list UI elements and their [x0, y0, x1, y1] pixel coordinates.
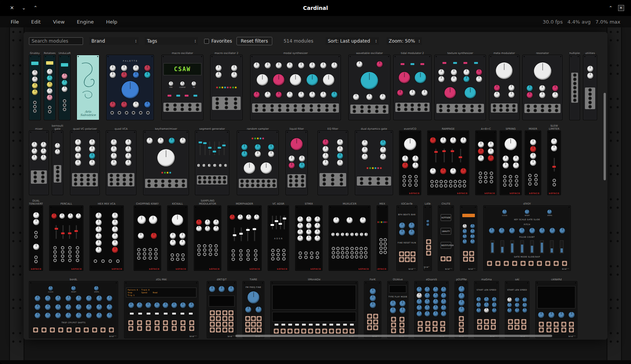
vertical-scrollbar-thumb[interactable]: [604, 93, 606, 180]
module-late[interactable]: LATebId°°: [423, 199, 432, 271]
module-bernoulli-gate[interactable]: bernoulli gate: [52, 124, 63, 195]
module-macro-oscillator-2[interactable]: macro oscillator 2: [210, 49, 243, 120]
module-a-b-c[interactable]: A+B+CbEFACO: [475, 124, 497, 195]
jack-pad: [355, 251, 358, 254]
module-vc-adsr[interactable]: VC ADSRA D S RbEFACO: [268, 199, 289, 271]
module-poupre[interactable]: pOUPRebId°°: [455, 275, 468, 338]
menu-item-view[interactable]: View: [53, 19, 65, 25]
collapse-icon[interactable]: ⌃: [609, 5, 613, 11]
module-kickall[interactable]: KICKALLbEFACO: [167, 199, 188, 271]
module-dual-attenuverter[interactable]: DUAL ATTENUVERTERbEFACO: [29, 199, 43, 271]
module-sampling-modulator[interactable]: SAMPLING MODULATORbEFACO: [194, 199, 221, 271]
module-magma[interactable]: maGmaSTART LEN SPEEDbId°°: [474, 275, 499, 338]
knob: [458, 293, 465, 299]
module-canard[interactable]: cANARdbId°°: [535, 275, 577, 338]
menu-item-engine[interactable]: Engine: [77, 19, 94, 25]
reset-filters-button[interactable]: Reset filters: [236, 37, 272, 45]
jack-pad: [267, 184, 270, 187]
module-tocante[interactable]: tOCAnTeBPH BEATS BARFINE RESET RUNbId°°: [396, 199, 417, 271]
zoom-select[interactable]: Zoom: 50% ▴▾: [387, 37, 422, 45]
module-grubby[interactable]: Grubby: [29, 49, 41, 120]
knob: [254, 62, 260, 68]
panel-button: [323, 324, 326, 326]
module-blank[interactable]: Aria Salvatrice: [77, 49, 99, 120]
labeled-knob: CLOCK: [502, 210, 507, 216]
module-quad-vc-polarizer[interactable]: quad VC-polarizer: [70, 124, 100, 195]
module-spring[interactable]: SPRINGbEFACO: [500, 124, 522, 195]
module-muxlicer[interactable]: MUXLICERbEFACO: [329, 199, 371, 271]
jack-pad: [198, 180, 201, 184]
search-input[interactable]: [29, 37, 83, 45]
module-tidal-modulator-2[interactable]: tidal modulator 2: [393, 49, 431, 120]
module-segment-generator[interactable]: segment generator: [195, 124, 229, 195]
module-evenvco[interactable]: evenVCObEFACO: [399, 124, 421, 195]
module-blank[interactable]: bId°°: [460, 199, 477, 271]
module-ouaive[interactable]: OUAIveTYPE PLAY MODEbId°°: [387, 275, 408, 338]
checkbox-icon[interactable]: [204, 39, 209, 44]
jack-pad: [479, 180, 482, 183]
knob: [463, 239, 467, 244]
jack-pad: [459, 327, 464, 332]
step-knob: [128, 302, 134, 308]
sort-select[interactable]: Sort: Last updated ▴▾: [326, 37, 379, 45]
module-dual-dynamics-gate[interactable]: dual dynamics gate: [355, 124, 393, 195]
module-blank[interactable]: P A L E T T E: [106, 49, 154, 120]
jack-pad: [514, 319, 519, 324]
module-limonade[interactable]: liMonADebId°°: [270, 275, 358, 338]
menu-item-edit[interactable]: Edit: [31, 19, 41, 25]
menu-item-file[interactable]: File: [11, 19, 19, 25]
vertical-scrollbar[interactable]: [603, 32, 606, 340]
module-fork[interactable]: ForKbId°°: [364, 275, 381, 338]
tags-select[interactable]: Tags ▴▾: [145, 37, 198, 45]
jack-port: [154, 248, 158, 251]
module-wavetable-oscillator[interactable]: wavetable oscillator: [348, 49, 390, 120]
module-rotatoes[interactable]: Rotatoes: [44, 49, 56, 120]
module-keyframer-mixer[interactable]: keyframer/mixer: [143, 124, 189, 195]
menu-item-help[interactable]: Help: [106, 19, 117, 25]
module-resonator[interactable]: resonator: [522, 49, 562, 120]
chevron-up-icon[interactable]: ⌃: [34, 5, 38, 11]
module-rampage[interactable]: RAMPAGEbEFACO: [427, 124, 469, 195]
module-random-sampler[interactable]: random sampler: [237, 124, 279, 195]
module-eq-filter[interactable]: EQ filter: [318, 124, 348, 195]
close-box-icon[interactable]: ✕: [618, 5, 624, 11]
module-chute[interactable]: ChUTEALTITUDEGRAVITYRESTITUTIONbId°°: [438, 199, 454, 271]
module-mixer[interactable]: MIXERbEFACO: [525, 124, 541, 195]
module-bordl[interactable]: bordLCLOCKRESETSTEPSTRSP CPY/PST SHIFTSb…: [29, 275, 118, 338]
module-chopping-kinky[interactable]: CHOPPING KINKYbEFACO: [134, 199, 161, 271]
module-stmix[interactable]: STMIXbEFACO: [295, 199, 323, 271]
module-dikt-t[interactable]: dIKT@TbId°°: [207, 275, 236, 338]
module-quad-vca[interactable]: quad VCA: [106, 124, 136, 195]
module-mixer[interactable]: mixer: [29, 124, 49, 195]
module-edsaros[interactable]: eDsaroSbId°°: [414, 275, 449, 338]
module-texture-synthesizer[interactable]: texture synthesizer: [435, 49, 486, 120]
module-percall[interactable]: PERCALLbEFACO: [49, 199, 83, 271]
module-multiples[interactable]: multiples: [569, 49, 580, 120]
module-utilities[interactable]: utilities: [583, 49, 597, 120]
brand-logo: bEFACO: [249, 268, 260, 270]
close-icon[interactable]: ✕: [10, 5, 14, 11]
knob: [404, 138, 416, 150]
module-macro-oscillator[interactable]: macro oscillatorCSAWFINECOARSEFM: [161, 49, 203, 120]
jack-pad: [308, 329, 313, 334]
module-hex-mix-vca[interactable]: HEX MIX VCAbEFACO: [89, 199, 124, 271]
module-zo-ma-[interactable]: zOù MAïPattern 0 · Track 0Stop Speed Rea…: [124, 275, 198, 338]
module-liquid-filter[interactable]: liquid filter: [286, 124, 308, 195]
module-morphader[interactable]: MORPHADERbEFACO: [227, 199, 262, 271]
horizontal-scrollbar[interactable]: [24, 335, 607, 338]
module-mex[interactable]: MEXbEFACO: [377, 199, 388, 271]
chevron-down-icon[interactable]: ⌄: [22, 5, 26, 11]
module-tiare[interactable]: TiAREFM FREQ FINEbId°°: [243, 275, 264, 338]
module-slew-limiter[interactable]: SLEW LIMITERbEFACO: [547, 124, 561, 195]
brand-select[interactable]: Brand ▴▾: [89, 37, 139, 45]
horizontal-scrollbar-thumb[interactable]: [235, 335, 552, 337]
module-modal-synthesizer[interactable]: modal synthesizer: [250, 49, 341, 120]
module-undular[interactable]: UnduLaR: [59, 49, 70, 120]
module-dtroy[interactable]: dTrOYCLOCKRESETSTEPSKEY SCALE GATE SLIDE…: [483, 199, 571, 271]
jack-port: [563, 262, 566, 265]
jack-port: [276, 257, 280, 261]
module-oa-[interactable]: oAïSTART LEN SPEEDbId°°: [505, 275, 529, 338]
favorites-toggle[interactable]: Favorites: [204, 38, 232, 44]
knob: [515, 297, 519, 302]
module-meta-modulator[interactable]: meta modulator: [489, 49, 519, 120]
